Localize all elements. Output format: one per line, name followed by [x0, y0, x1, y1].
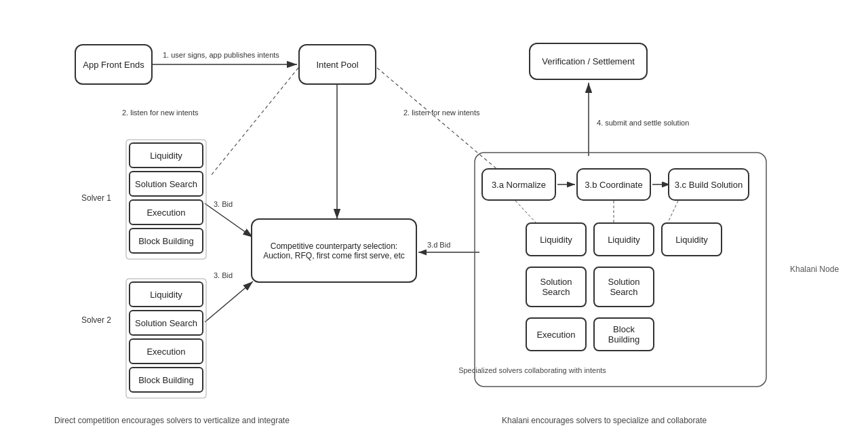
solver2-label: Solver 2 [81, 315, 111, 325]
node-coordinate: 3.b Coordinate [576, 168, 651, 201]
label-publish: 1. user signs, app publishes intents [163, 51, 279, 59]
khalani-block-building: BlockBuilding [593, 317, 654, 351]
node-verification-settlement: Verification / Settlement [529, 43, 648, 80]
dotted1 [515, 201, 536, 222]
solver1-execution: Execution [129, 199, 203, 225]
arrow-listen-khalani [377, 68, 512, 182]
label-bid1: 3. Bid [214, 200, 233, 208]
node-build-solution: 3.c Build Solution [668, 168, 749, 201]
solver1-block-building: Block Building [129, 228, 203, 254]
khalani-solution-search1: SolutionSearch [526, 267, 587, 307]
caption-right: Khalani encourages solvers to specialize… [502, 416, 707, 425]
arrow-listen-solver1 [210, 68, 298, 176]
solver2-solution-search: Solution Search [129, 310, 203, 336]
solver2-liquidity: Liquidity [129, 281, 203, 307]
khalani-node-label: Khalani Node [790, 264, 839, 274]
node-intent-pool: Intent Pool [298, 44, 376, 85]
caption-left: Direct competition encourages solvers to… [54, 416, 290, 425]
khalani-execution: Execution [526, 317, 587, 351]
khalani-liquidity3: Liquidity [661, 222, 722, 256]
label-listen2: 2. listen for new intents [403, 109, 480, 117]
dotted3 [668, 201, 678, 222]
arrow-bid2 [205, 281, 253, 322]
node-app-front-ends: App Front Ends [75, 44, 153, 85]
solver1-liquidity: Liquidity [129, 142, 203, 168]
label-bid-khalani: 3.d Bid [427, 241, 450, 249]
solver2-execution: Execution [129, 338, 203, 364]
solver1-label: Solver 1 [81, 193, 111, 203]
solver1-solution-search: Solution Search [129, 171, 203, 197]
node-competitive-selection: Competitive counterparty selection:Aucti… [251, 218, 417, 283]
khalani-solution-search2: SolutionSearch [593, 267, 654, 307]
diagram-container: 1. user signs, app publishes intents 2. … [0, 0, 868, 432]
label-submit: 4. submit and settle solution [597, 119, 689, 127]
arrow-bid1 [205, 203, 253, 237]
label-bid2: 3. Bid [214, 271, 233, 279]
specialized-solvers-label: Specialized solvers collaborating with i… [458, 366, 606, 374]
label-listen1: 2. listen for new intents [122, 109, 199, 117]
khalani-liquidity1: Liquidity [526, 222, 587, 256]
node-normalize: 3.a Normalize [481, 168, 556, 201]
khalani-liquidity2: Liquidity [593, 222, 654, 256]
solver2-block-building: Block Building [129, 367, 203, 393]
